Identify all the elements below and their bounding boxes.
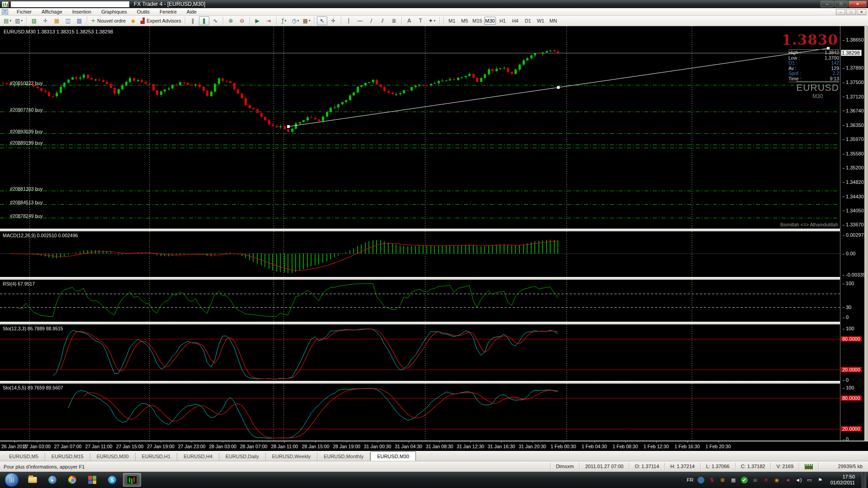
child-restore-button[interactable]: □ bbox=[846, 9, 856, 15]
main-price-chart[interactable] bbox=[0, 26, 840, 229]
horizontal-line-button[interactable]: — bbox=[355, 16, 365, 25]
time-scale-label: 27 Jan 11:00 bbox=[85, 444, 113, 449]
fibonacci-button[interactable]: ≣ bbox=[389, 16, 399, 25]
explorer-taskbar-icon[interactable] bbox=[24, 473, 42, 487]
rsi-scale-30: 30 bbox=[843, 305, 851, 310]
indicators-button[interactable]: ƒ▾ bbox=[279, 16, 289, 25]
strategy-tester-button[interactable]: ▨ bbox=[74, 16, 85, 25]
media-player-taskbar-icon[interactable]: ▸ bbox=[43, 473, 61, 487]
line-chart-button[interactable]: ∿ bbox=[210, 16, 221, 25]
timeframe-mn[interactable]: MN bbox=[547, 17, 559, 25]
language-indicator[interactable]: FR bbox=[687, 477, 693, 483]
globe-icon[interactable] bbox=[698, 477, 704, 483]
tab-eurusd-m30[interactable]: EURUSD,M30 bbox=[370, 451, 416, 461]
network-computer-icon[interactable]: ▭ bbox=[806, 477, 813, 483]
dropdown-arrow-icon[interactable]: ▾ bbox=[434, 19, 435, 23]
macd-panel[interactable] bbox=[0, 231, 840, 277]
periods-button[interactable]: ◷▾ bbox=[290, 16, 301, 25]
timeframe-m15[interactable]: M15 bbox=[472, 17, 483, 25]
navigator-button[interactable]: ▦ bbox=[52, 16, 62, 25]
skype-taskbar-icon[interactable]: S bbox=[103, 473, 121, 487]
menu-graphiques[interactable]: Graphiques bbox=[96, 9, 132, 15]
close-button[interactable]: ✕ bbox=[849, 1, 867, 7]
terminal-button[interactable]: ◫ bbox=[63, 16, 73, 25]
photo-app-taskbar-icon[interactable] bbox=[83, 473, 101, 487]
new-order-button[interactable]: +Nouvel ordre bbox=[90, 16, 127, 25]
security-lock-icon[interactable]: ◉ bbox=[774, 477, 780, 483]
expert-advisors-button[interactable]: ▟Expert Advisors bbox=[139, 16, 183, 25]
menu-aide[interactable]: Aide bbox=[182, 9, 202, 15]
chart-shift-button[interactable]: ⇥ bbox=[264, 16, 274, 25]
timeframe-w1[interactable]: W1 bbox=[535, 17, 547, 25]
windows-update-icon[interactable]: ⊞ bbox=[719, 477, 726, 483]
antivirus-shield-icon[interactable]: ✔ bbox=[741, 477, 748, 483]
show-desktop-button[interactable] bbox=[862, 472, 866, 488]
child-close-button[interactable]: ✕ bbox=[857, 9, 866, 15]
menu-fichier[interactable]: Fichier bbox=[12, 9, 37, 15]
timeframe-h1[interactable]: H1 bbox=[497, 17, 509, 25]
menu-affichage[interactable]: Affichage bbox=[37, 9, 67, 15]
timeframe-m5[interactable]: M5 bbox=[459, 17, 471, 25]
download-blocked-icon[interactable]: ✕ bbox=[763, 477, 769, 483]
timeframe-h4[interactable]: H4 bbox=[509, 17, 521, 25]
menu-outils[interactable]: Outils bbox=[132, 9, 155, 15]
stochastic2-panel[interactable] bbox=[0, 384, 840, 441]
text-label-button[interactable]: T bbox=[415, 16, 426, 25]
dropdown-arrow-icon[interactable]: ▾ bbox=[309, 19, 311, 23]
zoom-in-button[interactable]: ⊕ bbox=[226, 16, 236, 25]
dropdown-arrow-icon[interactable]: ▾ bbox=[21, 19, 23, 23]
tab-eurusd-m5[interactable]: EURUSD,M5 bbox=[3, 453, 45, 461]
title-bar[interactable]: FX Trader 4 - [EURUSD,M30] – □ ✕ bbox=[0, 0, 868, 8]
stock-arrows-icon[interactable]: ⇅ bbox=[708, 477, 715, 483]
maximize-button[interactable]: □ bbox=[835, 1, 848, 7]
chrome-taskbar-icon[interactable] bbox=[63, 473, 81, 487]
new-chart-button[interactable]: ▤▾ bbox=[2, 16, 13, 25]
minimize-button[interactable]: – bbox=[821, 1, 834, 7]
price-scale[interactable]: 1.386501.378901.375001.371201.367401.363… bbox=[840, 26, 864, 441]
timeframe-m1[interactable]: M1 bbox=[446, 17, 458, 25]
profiles-button[interactable]: ▥▾ bbox=[14, 16, 24, 25]
time-scale[interactable]: 26 Jan 201127 Jan 03:0027 Jan 07:0027 Ja… bbox=[0, 441, 868, 451]
dropdown-arrow-icon[interactable]: ▾ bbox=[9, 19, 11, 23]
rsi-panel[interactable] bbox=[0, 280, 840, 322]
tab-eurusd-m15[interactable]: EURUSD,M15 bbox=[45, 453, 90, 461]
action-center-flag-icon[interactable]: ⚑ bbox=[817, 477, 824, 483]
tab-eurusd-monthly[interactable]: EURUSD,Monthly bbox=[317, 453, 370, 461]
trendline-button[interactable]: ∕ bbox=[366, 16, 377, 25]
vertical-line-button[interactable]: | bbox=[344, 16, 354, 25]
auto-scroll-button[interactable]: ▶ bbox=[252, 16, 263, 25]
tab-eurusd-m30[interactable]: EURUSD,M30 bbox=[90, 453, 136, 461]
timeframe-d1[interactable]: D1 bbox=[522, 17, 534, 25]
tab-eurusd-weekly[interactable]: EURUSD,Weekly bbox=[266, 453, 317, 461]
candlestick-chart-button[interactable]: ❚ bbox=[199, 16, 209, 25]
data-window-button[interactable]: ✛ bbox=[40, 16, 51, 25]
dropdown-arrow-icon[interactable]: ▾ bbox=[285, 19, 287, 23]
templates-button[interactable]: ▩▾ bbox=[302, 16, 312, 25]
stochastic1-panel[interactable] bbox=[0, 324, 840, 381]
crosshair-button[interactable]: ✛ bbox=[328, 16, 339, 25]
market-watch-button[interactable]: ▧ bbox=[29, 16, 39, 25]
bar-chart-button[interactable]: ∥ bbox=[188, 16, 198, 25]
text-button[interactable]: A bbox=[404, 16, 415, 25]
zoom-out-button[interactable]: ⊖ bbox=[237, 16, 247, 25]
tab-eurusd-h4[interactable]: EURUSD,H4 bbox=[177, 453, 219, 461]
child-minimize-button[interactable]: – bbox=[836, 9, 845, 15]
timeframe-m30[interactable]: M30 bbox=[484, 17, 496, 25]
arrows-button[interactable]: ✦▾ bbox=[427, 16, 437, 25]
fx-trader-taskbar-icon[interactable] bbox=[123, 473, 141, 487]
chart-area[interactable]: EURUSD,M30 1.38313 1.38315 1.38253 1.382… bbox=[0, 26, 868, 451]
menu-insertion[interactable]: Insertion bbox=[67, 9, 96, 15]
channel-button[interactable]: ⫽ bbox=[377, 16, 388, 25]
volume-icon[interactable]: ◄) bbox=[795, 477, 802, 483]
taskbar-clock[interactable]: 17:5001/02/2011 bbox=[830, 474, 855, 486]
cursor-button[interactable]: ↖ bbox=[317, 16, 327, 25]
tab-eurusd-h1[interactable]: EURUSD,H1 bbox=[136, 453, 178, 461]
network-error-icon[interactable]: ▦ bbox=[730, 477, 737, 483]
dropdown-arrow-icon[interactable]: ▾ bbox=[297, 19, 299, 23]
alert-icon[interactable]: ◆ bbox=[128, 16, 138, 25]
start-button[interactable]: ⊞ bbox=[5, 473, 19, 487]
menu-fenetre[interactable]: Fenetre bbox=[155, 9, 182, 15]
tab-eurusd-daily[interactable]: EURUSD,Daily bbox=[219, 453, 266, 461]
messenger-smiley-icon[interactable]: ☺ bbox=[752, 477, 759, 483]
muted-speaker-icon[interactable]: ◄ bbox=[784, 477, 791, 483]
